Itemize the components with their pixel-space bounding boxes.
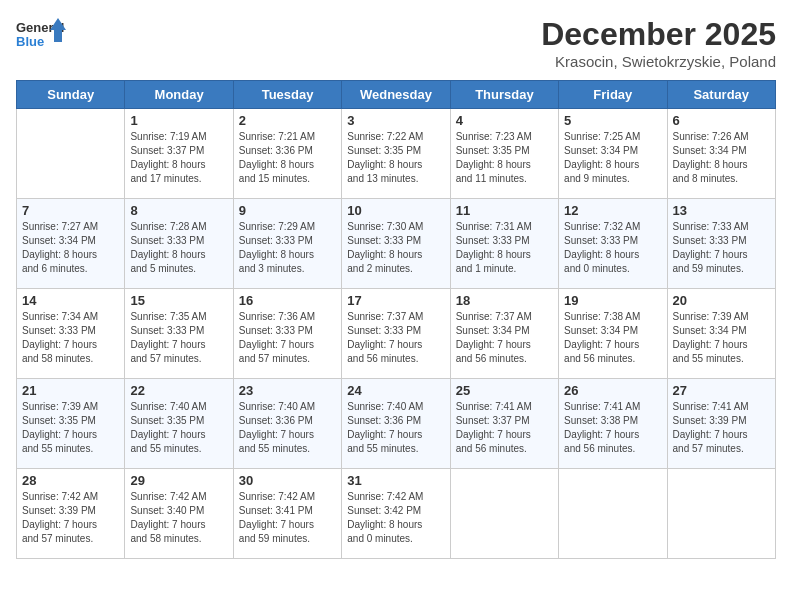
cell-info: Sunrise: 7:39 AM Sunset: 3:34 PM Dayligh… xyxy=(673,310,770,366)
calendar-day-25: 25Sunrise: 7:41 AM Sunset: 3:37 PM Dayli… xyxy=(450,379,558,469)
title-block: December 2025 Krasocin, Swietokrzyskie, … xyxy=(541,16,776,70)
calendar-day-26: 26Sunrise: 7:41 AM Sunset: 3:38 PM Dayli… xyxy=(559,379,667,469)
cell-info: Sunrise: 7:41 AM Sunset: 3:37 PM Dayligh… xyxy=(456,400,553,456)
cell-info: Sunrise: 7:40 AM Sunset: 3:35 PM Dayligh… xyxy=(130,400,227,456)
calendar-day-1: 1Sunrise: 7:19 AM Sunset: 3:37 PM Daylig… xyxy=(125,109,233,199)
cell-info: Sunrise: 7:34 AM Sunset: 3:33 PM Dayligh… xyxy=(22,310,119,366)
calendar-week-3: 14Sunrise: 7:34 AM Sunset: 3:33 PM Dayli… xyxy=(17,289,776,379)
day-number: 22 xyxy=(130,383,227,398)
calendar-day-7: 7Sunrise: 7:27 AM Sunset: 3:34 PM Daylig… xyxy=(17,199,125,289)
calendar-week-5: 28Sunrise: 7:42 AM Sunset: 3:39 PM Dayli… xyxy=(17,469,776,559)
day-number: 10 xyxy=(347,203,444,218)
weekday-header-wednesday: Wednesday xyxy=(342,81,450,109)
cell-info: Sunrise: 7:21 AM Sunset: 3:36 PM Dayligh… xyxy=(239,130,336,186)
weekday-header-sunday: Sunday xyxy=(17,81,125,109)
day-number: 7 xyxy=(22,203,119,218)
calendar-day-24: 24Sunrise: 7:40 AM Sunset: 3:36 PM Dayli… xyxy=(342,379,450,469)
calendar-day-15: 15Sunrise: 7:35 AM Sunset: 3:33 PM Dayli… xyxy=(125,289,233,379)
cell-info: Sunrise: 7:23 AM Sunset: 3:35 PM Dayligh… xyxy=(456,130,553,186)
day-number: 29 xyxy=(130,473,227,488)
month-title: December 2025 xyxy=(541,16,776,53)
day-number: 24 xyxy=(347,383,444,398)
day-number: 25 xyxy=(456,383,553,398)
calendar-day-19: 19Sunrise: 7:38 AM Sunset: 3:34 PM Dayli… xyxy=(559,289,667,379)
calendar-day-13: 13Sunrise: 7:33 AM Sunset: 3:33 PM Dayli… xyxy=(667,199,775,289)
calendar-table: SundayMondayTuesdayWednesdayThursdayFrid… xyxy=(16,80,776,559)
day-number: 20 xyxy=(673,293,770,308)
day-number: 2 xyxy=(239,113,336,128)
day-number: 13 xyxy=(673,203,770,218)
day-number: 31 xyxy=(347,473,444,488)
day-number: 11 xyxy=(456,203,553,218)
empty-cell xyxy=(667,469,775,559)
day-number: 30 xyxy=(239,473,336,488)
logo: General Blue xyxy=(16,16,66,58)
day-number: 6 xyxy=(673,113,770,128)
cell-info: Sunrise: 7:36 AM Sunset: 3:33 PM Dayligh… xyxy=(239,310,336,366)
day-number: 4 xyxy=(456,113,553,128)
calendar-day-21: 21Sunrise: 7:39 AM Sunset: 3:35 PM Dayli… xyxy=(17,379,125,469)
cell-info: Sunrise: 7:33 AM Sunset: 3:33 PM Dayligh… xyxy=(673,220,770,276)
calendar-day-10: 10Sunrise: 7:30 AM Sunset: 3:33 PM Dayli… xyxy=(342,199,450,289)
weekday-header-thursday: Thursday xyxy=(450,81,558,109)
calendar-day-4: 4Sunrise: 7:23 AM Sunset: 3:35 PM Daylig… xyxy=(450,109,558,199)
day-number: 17 xyxy=(347,293,444,308)
calendar-week-2: 7Sunrise: 7:27 AM Sunset: 3:34 PM Daylig… xyxy=(17,199,776,289)
weekday-header-monday: Monday xyxy=(125,81,233,109)
cell-info: Sunrise: 7:32 AM Sunset: 3:33 PM Dayligh… xyxy=(564,220,661,276)
empty-cell xyxy=(450,469,558,559)
day-number: 9 xyxy=(239,203,336,218)
calendar-day-6: 6Sunrise: 7:26 AM Sunset: 3:34 PM Daylig… xyxy=(667,109,775,199)
calendar-day-20: 20Sunrise: 7:39 AM Sunset: 3:34 PM Dayli… xyxy=(667,289,775,379)
cell-info: Sunrise: 7:31 AM Sunset: 3:33 PM Dayligh… xyxy=(456,220,553,276)
location-title: Krasocin, Swietokrzyskie, Poland xyxy=(541,53,776,70)
calendar-day-16: 16Sunrise: 7:36 AM Sunset: 3:33 PM Dayli… xyxy=(233,289,341,379)
cell-info: Sunrise: 7:27 AM Sunset: 3:34 PM Dayligh… xyxy=(22,220,119,276)
weekday-header-tuesday: Tuesday xyxy=(233,81,341,109)
weekday-header-row: SundayMondayTuesdayWednesdayThursdayFrid… xyxy=(17,81,776,109)
weekday-header-saturday: Saturday xyxy=(667,81,775,109)
cell-info: Sunrise: 7:30 AM Sunset: 3:33 PM Dayligh… xyxy=(347,220,444,276)
calendar-week-1: 1Sunrise: 7:19 AM Sunset: 3:37 PM Daylig… xyxy=(17,109,776,199)
cell-info: Sunrise: 7:38 AM Sunset: 3:34 PM Dayligh… xyxy=(564,310,661,366)
calendar-day-23: 23Sunrise: 7:40 AM Sunset: 3:36 PM Dayli… xyxy=(233,379,341,469)
day-number: 23 xyxy=(239,383,336,398)
calendar-day-27: 27Sunrise: 7:41 AM Sunset: 3:39 PM Dayli… xyxy=(667,379,775,469)
calendar-day-28: 28Sunrise: 7:42 AM Sunset: 3:39 PM Dayli… xyxy=(17,469,125,559)
day-number: 3 xyxy=(347,113,444,128)
day-number: 8 xyxy=(130,203,227,218)
calendar-day-2: 2Sunrise: 7:21 AM Sunset: 3:36 PM Daylig… xyxy=(233,109,341,199)
calendar-day-29: 29Sunrise: 7:42 AM Sunset: 3:40 PM Dayli… xyxy=(125,469,233,559)
calendar-day-11: 11Sunrise: 7:31 AM Sunset: 3:33 PM Dayli… xyxy=(450,199,558,289)
cell-info: Sunrise: 7:42 AM Sunset: 3:41 PM Dayligh… xyxy=(239,490,336,546)
page-header: General Blue December 2025 Krasocin, Swi… xyxy=(16,16,776,70)
empty-cell xyxy=(17,109,125,199)
day-number: 27 xyxy=(673,383,770,398)
calendar-day-8: 8Sunrise: 7:28 AM Sunset: 3:33 PM Daylig… xyxy=(125,199,233,289)
calendar-day-14: 14Sunrise: 7:34 AM Sunset: 3:33 PM Dayli… xyxy=(17,289,125,379)
day-number: 21 xyxy=(22,383,119,398)
calendar-week-4: 21Sunrise: 7:39 AM Sunset: 3:35 PM Dayli… xyxy=(17,379,776,469)
cell-info: Sunrise: 7:41 AM Sunset: 3:38 PM Dayligh… xyxy=(564,400,661,456)
calendar-day-18: 18Sunrise: 7:37 AM Sunset: 3:34 PM Dayli… xyxy=(450,289,558,379)
cell-info: Sunrise: 7:29 AM Sunset: 3:33 PM Dayligh… xyxy=(239,220,336,276)
day-number: 1 xyxy=(130,113,227,128)
logo-icon: General Blue xyxy=(16,16,66,58)
cell-info: Sunrise: 7:35 AM Sunset: 3:33 PM Dayligh… xyxy=(130,310,227,366)
day-number: 28 xyxy=(22,473,119,488)
cell-info: Sunrise: 7:25 AM Sunset: 3:34 PM Dayligh… xyxy=(564,130,661,186)
calendar-day-17: 17Sunrise: 7:37 AM Sunset: 3:33 PM Dayli… xyxy=(342,289,450,379)
day-number: 26 xyxy=(564,383,661,398)
calendar-day-22: 22Sunrise: 7:40 AM Sunset: 3:35 PM Dayli… xyxy=(125,379,233,469)
calendar-day-3: 3Sunrise: 7:22 AM Sunset: 3:35 PM Daylig… xyxy=(342,109,450,199)
calendar-day-9: 9Sunrise: 7:29 AM Sunset: 3:33 PM Daylig… xyxy=(233,199,341,289)
cell-info: Sunrise: 7:39 AM Sunset: 3:35 PM Dayligh… xyxy=(22,400,119,456)
weekday-header-friday: Friday xyxy=(559,81,667,109)
day-number: 5 xyxy=(564,113,661,128)
cell-info: Sunrise: 7:42 AM Sunset: 3:39 PM Dayligh… xyxy=(22,490,119,546)
calendar-day-31: 31Sunrise: 7:42 AM Sunset: 3:42 PM Dayli… xyxy=(342,469,450,559)
cell-info: Sunrise: 7:41 AM Sunset: 3:39 PM Dayligh… xyxy=(673,400,770,456)
cell-info: Sunrise: 7:37 AM Sunset: 3:33 PM Dayligh… xyxy=(347,310,444,366)
calendar-day-5: 5Sunrise: 7:25 AM Sunset: 3:34 PM Daylig… xyxy=(559,109,667,199)
cell-info: Sunrise: 7:42 AM Sunset: 3:42 PM Dayligh… xyxy=(347,490,444,546)
